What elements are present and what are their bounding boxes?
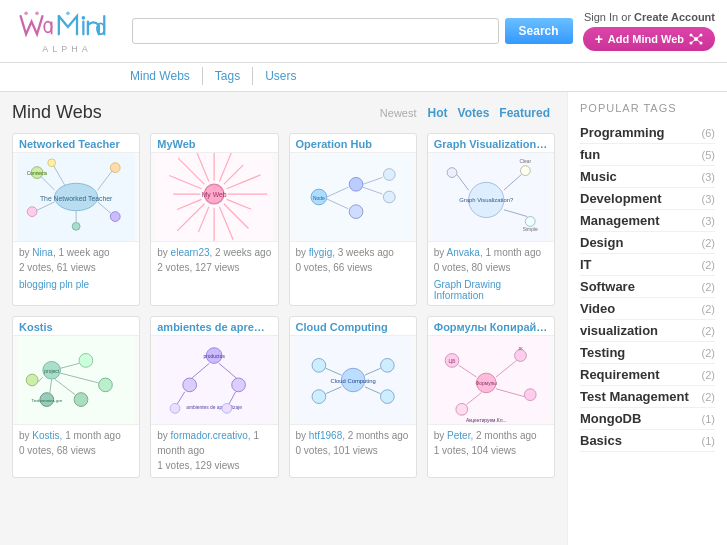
tag-row[interactable]: MongoDB (1) <box>580 408 715 430</box>
svg-point-69 <box>520 166 530 176</box>
svg-point-79 <box>79 354 93 368</box>
svg-point-71 <box>525 217 535 227</box>
sort-featured[interactable]: Featured <box>499 106 550 120</box>
card-meta: by flygig, 3 weeks ago 0 votes, 66 views <box>290 242 416 279</box>
sign-in-link[interactable]: Sign In <box>584 11 618 23</box>
card-author[interactable]: Peter <box>447 430 470 441</box>
tag-row[interactable]: Development (3) <box>580 188 715 210</box>
tag-row[interactable]: Video (2) <box>580 298 715 320</box>
logo-area: ALPHA <box>12 8 122 54</box>
card-author[interactable]: formador.creativo <box>171 430 248 441</box>
or-text: or <box>621 11 631 23</box>
tag-count: (3) <box>702 193 715 205</box>
svg-text:productos: productos <box>204 354 226 359</box>
tag-row[interactable]: visualization (2) <box>580 320 715 342</box>
card-author[interactable]: Nina <box>32 247 53 258</box>
mind-web-card[interactable]: Cloud Computing Cloud Computing by htf19… <box>289 316 417 478</box>
svg-point-68 <box>447 168 457 178</box>
tags-list: Programming (6) fun (5) Music (3) Develo… <box>580 122 715 452</box>
tag-name: Video <box>580 301 615 316</box>
card-author[interactable]: Anvaka <box>447 247 480 258</box>
logo-alpha-text: ALPHA <box>42 44 92 54</box>
tag-count: (2) <box>702 237 715 249</box>
tag-count: (5) <box>702 149 715 161</box>
mind-web-card[interactable]: Kostis project Testimonios.gm by Kostis,… <box>12 316 140 478</box>
tag-row[interactable]: Basics (1) <box>580 430 715 452</box>
svg-point-81 <box>74 393 88 407</box>
tag-count: (2) <box>702 325 715 337</box>
add-mind-web-button[interactable]: + Add Mind Web <box>583 27 715 51</box>
card-author[interactable]: flygig <box>309 247 332 258</box>
tag-count: (6) <box>702 127 715 139</box>
tag-row[interactable]: Testing (2) <box>580 342 715 364</box>
tag-name: visualization <box>580 323 658 338</box>
svg-text:Node: Node <box>313 196 325 201</box>
svg-text:Cloud Computing: Cloud Computing <box>330 378 375 384</box>
svg-point-101 <box>222 403 232 413</box>
mind-web-card[interactable]: ambientes de aprendiz... productos ambie… <box>150 316 278 478</box>
svg-point-106 <box>380 358 394 372</box>
tag-row[interactable]: Requirement (2) <box>580 364 715 386</box>
svg-point-33 <box>48 159 56 167</box>
tag-row[interactable]: Test Management (2) <box>580 386 715 408</box>
mind-web-card[interactable]: Graph Visualization So... Graph Visualiz… <box>427 133 555 306</box>
tag-row[interactable]: Management (3) <box>580 210 715 232</box>
card-thumbnail: My Web <box>151 152 277 242</box>
mind-web-card[interactable]: Operation Hub Node by flygig, 3 weeks ag… <box>289 133 417 306</box>
create-account-link[interactable]: Create Account <box>634 11 715 23</box>
tag-count: (2) <box>702 259 715 271</box>
svg-point-8 <box>35 12 39 16</box>
tag-row[interactable]: IT (2) <box>580 254 715 276</box>
svg-line-15 <box>691 35 696 39</box>
page-title: Mind Webs <box>12 102 380 123</box>
card-meta: by Kostis, 1 month ago 0 votes, 68 views <box>13 425 139 462</box>
content-header: Mind Webs Newest Hot Votes Featured <box>12 102 555 123</box>
tag-row[interactable]: Programming (6) <box>580 122 715 144</box>
tag-name: Design <box>580 235 623 250</box>
tag-row[interactable]: Music (3) <box>580 166 715 188</box>
svg-text:project: project <box>44 369 59 374</box>
svg-point-120 <box>524 389 536 401</box>
svg-point-62 <box>383 169 395 181</box>
svg-point-7 <box>24 12 28 16</box>
popular-tags-title: Popular Tags <box>580 102 715 114</box>
plus-icon: + <box>595 31 603 47</box>
tag-row[interactable]: Design (2) <box>580 232 715 254</box>
search-button[interactable]: Search <box>505 18 573 44</box>
nav-tags[interactable]: Tags <box>203 67 253 85</box>
card-title: Graph Visualization So... <box>428 134 554 152</box>
nav-users[interactable]: Users <box>253 67 308 85</box>
mind-web-card[interactable]: MyWeb My Web by elearn23, 2 weeks ago 2 … <box>150 133 278 306</box>
tag-name: Programming <box>580 125 665 140</box>
tag-name: Test Management <box>580 389 689 404</box>
tag-name: Management <box>580 213 659 228</box>
card-meta: by Anvaka, 1 month ago 0 votes, 80 views <box>428 242 554 279</box>
tag-name: fun <box>580 147 600 162</box>
main-layout: Mind Webs Newest Hot Votes Featured Netw… <box>0 92 727 545</box>
mind-web-card[interactable]: Формулы Копирайти... Формулы ЦБ JK Акцен… <box>427 316 555 478</box>
sort-votes[interactable]: Votes <box>458 106 490 120</box>
tag-name: Basics <box>580 433 622 448</box>
nav-mind-webs[interactable]: Mind Webs <box>130 67 203 85</box>
card-author[interactable]: elearn23 <box>171 247 210 258</box>
svg-point-58 <box>349 177 363 191</box>
mind-web-card[interactable]: Networked Teacher The Networked Teacher … <box>12 133 140 306</box>
svg-point-9 <box>66 12 70 16</box>
sort-hot[interactable]: Hot <box>428 106 448 120</box>
tag-row[interactable]: fun (5) <box>580 144 715 166</box>
svg-point-99 <box>170 403 180 413</box>
tag-name: Music <box>580 169 617 184</box>
card-author[interactable]: Kostis <box>32 430 59 441</box>
tag-row[interactable]: Software (2) <box>580 276 715 298</box>
mind-web-grid: Networked Teacher The Networked Teacher … <box>12 133 555 478</box>
card-thumbnail: project Testimonios.gm <box>13 335 139 425</box>
svg-point-0 <box>44 22 51 33</box>
svg-point-64 <box>383 191 395 203</box>
svg-text:Testimonios.gm: Testimonios.gm <box>32 398 63 403</box>
card-author[interactable]: htf1968 <box>309 430 342 441</box>
sign-in-area: Sign In or Create Account <box>584 11 715 23</box>
header: ALPHA Search Sign In or Create Account +… <box>0 0 727 63</box>
search-input[interactable] <box>132 18 499 44</box>
sort-controls: Newest Hot Votes Featured <box>380 106 555 120</box>
svg-point-95 <box>183 378 197 392</box>
